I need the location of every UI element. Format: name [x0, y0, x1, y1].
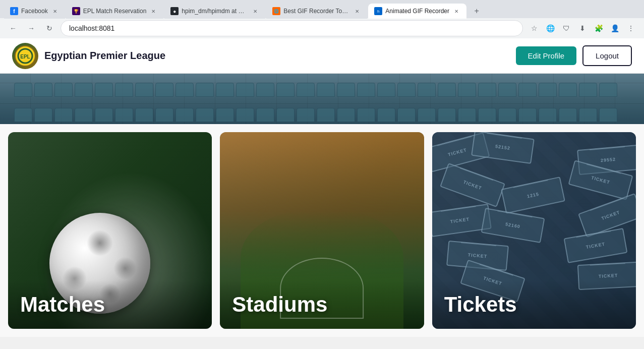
navbar-actions: Edit Profile Logout [516, 45, 632, 66]
seat [397, 83, 416, 97]
animated-favicon: h [374, 7, 382, 15]
seat [14, 83, 32, 97]
seat [498, 83, 516, 97]
seat [115, 83, 133, 97]
tab-animated-close[interactable]: ✕ [452, 7, 460, 15]
ticket-stub: 52160 [481, 208, 545, 243]
tab-github[interactable]: ● hpim_dm/hpimdm at ma... ✕ [164, 4, 265, 19]
seat [438, 108, 456, 122]
hero-background [0, 74, 644, 124]
address-bar[interactable]: localhost:8081 [61, 20, 523, 36]
seat [518, 83, 537, 97]
seat [236, 108, 254, 122]
stadiums-title: Stadiums [232, 293, 327, 316]
seat [539, 108, 557, 122]
seat [478, 83, 496, 97]
seat [155, 83, 173, 97]
seat [317, 83, 335, 97]
bookmark-icon[interactable]: ☆ [527, 21, 541, 35]
ticket-stub: 1215 [501, 177, 565, 214]
seat [196, 83, 214, 97]
seat [599, 83, 617, 97]
matches-overlay: Matches [8, 280, 212, 329]
seat [317, 108, 335, 122]
tab-gif-close[interactable]: ✕ [353, 7, 361, 15]
menu-icon[interactable]: ⋮ [624, 21, 638, 35]
seat [418, 108, 436, 122]
tickets-background: TICKET 52152 29552 TICKET 1215 TICKET TI… [432, 132, 636, 329]
download-icon[interactable]: ⬇ [575, 21, 590, 35]
tab-facebook-title: Facebook [21, 8, 48, 15]
seat [115, 108, 133, 122]
logout-button[interactable]: Logout [582, 45, 632, 66]
seat [478, 108, 496, 122]
seat [579, 83, 597, 97]
card-matches[interactable]: Matches [8, 132, 212, 329]
seat [418, 83, 436, 97]
brand-logo: EPL [12, 43, 38, 69]
seat [438, 83, 456, 97]
card-stadiums[interactable]: Stadiums [220, 132, 424, 329]
seat [297, 83, 315, 97]
facebook-favicon: f [10, 7, 18, 15]
seat [458, 83, 476, 97]
shield-icon[interactable]: 🛡 [559, 21, 573, 35]
tab-github-close[interactable]: ✕ [251, 7, 259, 15]
tab-epl-close[interactable]: ✕ [149, 7, 157, 15]
seat [377, 83, 395, 97]
tab-bar: f Facebook ✕ 🏆 EPL Match Reservation ✕ ●… [0, 0, 644, 18]
navbar: EPL Egyptian Premier League Edit Profile… [0, 38, 644, 74]
seat [34, 108, 52, 122]
seat [75, 83, 93, 97]
seat [155, 108, 173, 122]
back-button[interactable]: ← [6, 21, 20, 35]
toolbar-icons: ☆ 🌐 🛡 ⬇ 🧩 👤 ⋮ [527, 21, 638, 35]
edit-profile-button[interactable]: Edit Profile [516, 46, 577, 65]
ticket-stub: TICKET [564, 228, 628, 263]
seat [276, 108, 295, 122]
tab-gif[interactable]: 🌐 Best GIF Recorder Tools... ✕ [266, 4, 367, 19]
tab-animated[interactable]: h Animated GIF Recorder ✕ [368, 4, 466, 19]
seat [518, 108, 537, 122]
brand-logo-svg: EPL [14, 45, 36, 67]
seat [216, 83, 234, 97]
svg-text:EPL: EPL [20, 54, 30, 60]
refresh-button[interactable]: ↻ [42, 21, 56, 35]
seat [54, 83, 73, 97]
epl-favicon: 🏆 [72, 7, 80, 15]
seat [579, 108, 597, 122]
translate-icon[interactable]: 🌐 [543, 21, 557, 35]
forward-button[interactable]: → [24, 21, 38, 35]
seats-row-1 [8, 79, 636, 101]
tab-epl[interactable]: 🏆 EPL Match Reservation ✕ [66, 4, 164, 19]
profile-icon[interactable]: 👤 [608, 21, 622, 35]
seat [599, 108, 617, 122]
seat [216, 108, 234, 122]
seat [256, 108, 274, 122]
seat [135, 83, 153, 97]
tab-facebook[interactable]: f Facebook ✕ [4, 4, 65, 19]
extensions-icon[interactable]: 🧩 [592, 21, 606, 35]
seat [236, 83, 254, 97]
seat [357, 83, 375, 97]
matches-background: Matches [8, 132, 212, 329]
seat [196, 108, 214, 122]
tab-epl-title: EPL Match Reservation [83, 8, 147, 15]
cards-section: Matches Stadiums TICKET 52152 29552 TICK… [0, 124, 644, 337]
new-tab-button[interactable]: + [470, 4, 484, 18]
hero-section [0, 74, 644, 124]
brand-name: Egyptian Premier League [44, 50, 165, 62]
address-bar-row: ← → ↻ localhost:8081 ☆ 🌐 🛡 ⬇ 🧩 👤 ⋮ [0, 18, 644, 38]
ticket-stub: TICKET [440, 163, 505, 207]
matches-title: Matches [20, 293, 105, 316]
seat [256, 83, 274, 97]
tab-facebook-close[interactable]: ✕ [51, 7, 59, 15]
seat [14, 108, 32, 122]
url-display: localhost:8081 [69, 24, 514, 32]
seat [539, 83, 557, 97]
seat [34, 83, 52, 97]
seat [498, 108, 516, 122]
seat [75, 108, 93, 122]
card-tickets[interactable]: TICKET 52152 29552 TICKET 1215 TICKET TI… [432, 132, 636, 329]
seat [337, 83, 355, 97]
